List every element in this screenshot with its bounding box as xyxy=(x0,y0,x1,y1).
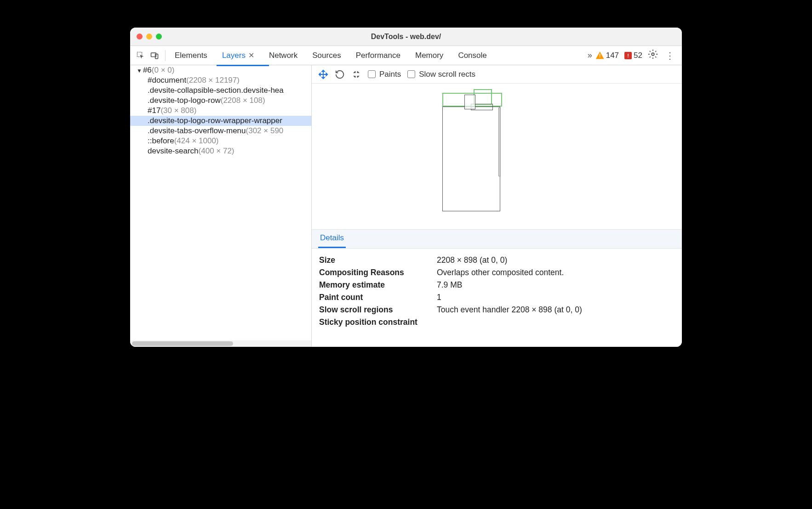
tab-label: Layers xyxy=(222,51,246,60)
layer-3d-canvas[interactable] xyxy=(312,84,682,229)
detail-key: Slow scroll regions xyxy=(319,305,437,315)
layer-tree-row[interactable]: ▼#6(0 × 0) xyxy=(130,65,311,75)
layer-name: .devsite-top-logo-row xyxy=(148,96,221,105)
layer-tree-row[interactable]: .devsite-tabs-overflow-menu(302 × 590 xyxy=(130,126,311,136)
kebab-menu-icon[interactable]: ⋮ xyxy=(663,50,676,61)
more-tabs-icon[interactable]: » xyxy=(588,51,590,60)
slow-scroll-option[interactable]: Slow scroll rects xyxy=(407,70,475,79)
layer-tree-row-selected[interactable]: .devsite-top-logo-row-wrapper-wrapper xyxy=(130,116,311,126)
tab-label: Network xyxy=(269,51,297,60)
layer-dim: (424 × 1000) xyxy=(174,136,219,145)
tab-memory[interactable]: Memory xyxy=(413,47,445,64)
detail-key: Compositing Reasons xyxy=(319,268,437,277)
layer-name: ::before xyxy=(148,136,174,145)
tab-console[interactable]: Console xyxy=(456,47,488,64)
panel-tabs: Elements Layers✕ Network Sources Perform… xyxy=(173,47,489,64)
paints-option[interactable]: Paints xyxy=(368,70,401,79)
checkbox-icon[interactable] xyxy=(407,70,415,78)
details-row: Memory estimate7.9 MB xyxy=(319,279,679,291)
layer-name: #6 xyxy=(143,66,152,74)
detail-key: Sticky position constraint xyxy=(319,317,437,327)
minimize-window-button[interactable] xyxy=(146,34,152,40)
layer-tree-row[interactable]: devsite-search(400 × 72) xyxy=(130,146,311,156)
layer-dim: (2208 × 12197) xyxy=(186,76,240,85)
errors-badge[interactable]: ! 52 xyxy=(624,51,642,60)
slow-scroll-label: Slow scroll rects xyxy=(419,70,475,79)
detail-key: Memory estimate xyxy=(319,280,437,290)
divider xyxy=(165,50,166,61)
window-controls xyxy=(130,34,162,40)
tab-elements[interactable]: Elements xyxy=(173,47,209,64)
layer-tree-row[interactable]: .devsite-top-logo-row(2208 × 108) xyxy=(130,96,311,106)
details-row: Slow scroll regionsTouch event handler 2… xyxy=(319,304,679,316)
layer-tree-list: ▼#6(0 × 0) #document(2208 × 12197) .devs… xyxy=(130,65,311,340)
pan-mode-icon[interactable] xyxy=(318,69,328,79)
layer-name: .devsite-top-logo-row-wrapper-wrapper xyxy=(148,116,282,125)
layer-name: .devsite-tabs-overflow-menu xyxy=(148,126,246,135)
detail-key: Paint count xyxy=(319,293,437,302)
error-icon: ! xyxy=(624,52,632,59)
settings-icon[interactable] xyxy=(648,49,658,62)
details-tabs: Details xyxy=(312,230,682,249)
detail-key: Size xyxy=(319,255,437,265)
caret-down-icon[interactable]: ▼ xyxy=(137,68,142,74)
layer-rect xyxy=(464,95,475,109)
details-tab-label: Details xyxy=(320,233,344,242)
scrollbar-thumb[interactable] xyxy=(132,341,233,346)
rotate-mode-icon[interactable] xyxy=(335,69,345,79)
layer-dim: (2208 × 108) xyxy=(221,96,265,105)
main-content: ▼#6(0 × 0) #document(2208 × 12197) .devs… xyxy=(130,65,682,347)
detail-value: 7.9 MB xyxy=(437,280,679,290)
details-tab[interactable]: Details xyxy=(318,230,346,248)
tab-label: Sources xyxy=(312,51,341,60)
layer-tree-row[interactable]: .devsite-collapsible-section.devsite-hea xyxy=(130,85,311,96)
details-pane: Details Size2208 × 898 (at 0, 0) Composi… xyxy=(312,229,682,347)
tab-sources[interactable]: Sources xyxy=(310,47,343,64)
layer-name: devsite-search xyxy=(148,147,199,155)
tab-label: Memory xyxy=(415,51,443,60)
titlebar: DevTools - web.dev/ xyxy=(130,28,682,46)
detail-value: 2208 × 898 (at 0, 0) xyxy=(437,255,679,265)
close-tab-icon[interactable]: ✕ xyxy=(248,51,254,59)
device-toggle-icon[interactable] xyxy=(149,51,160,61)
warnings-badge[interactable]: 147 xyxy=(596,51,619,60)
detail-value: 1 xyxy=(437,293,679,302)
devtools-window: DevTools - web.dev/ Elements Layers✕ Net… xyxy=(130,28,682,347)
layer-tree-row[interactable]: ::before(424 × 1000) xyxy=(130,136,311,146)
layer-dim: (302 × 590 xyxy=(246,126,284,135)
tab-label: Performance xyxy=(356,51,400,60)
layer-dim: (0 × 0) xyxy=(152,66,175,74)
tab-layers[interactable]: Layers✕ xyxy=(220,47,256,64)
layer-rect xyxy=(442,107,500,211)
layer-dim: (30 × 808) xyxy=(160,106,196,115)
tab-label: Console xyxy=(458,51,486,60)
window-title: DevTools - web.dev/ xyxy=(130,33,682,41)
tab-network[interactable]: Network xyxy=(267,47,299,64)
layer-name: #document xyxy=(148,76,186,85)
tab-label: Elements xyxy=(175,51,207,60)
layer-name: #17 xyxy=(148,106,160,115)
layer-dim: (400 × 72) xyxy=(199,147,234,155)
checkbox-icon[interactable] xyxy=(368,70,376,78)
details-row: Sticky position constraint xyxy=(319,316,679,328)
main-toolbar: Elements Layers✕ Network Sources Perform… xyxy=(130,46,682,65)
details-row: Size2208 × 898 (at 0, 0) xyxy=(319,254,679,266)
detail-value: Touch event handler 2208 × 898 (at 0, 0) xyxy=(437,305,679,315)
reset-view-icon[interactable] xyxy=(351,69,361,79)
horizontal-scrollbar[interactable] xyxy=(130,340,311,347)
svg-point-3 xyxy=(652,53,654,56)
layer-rect xyxy=(474,89,492,105)
close-window-button[interactable] xyxy=(137,34,143,40)
viewer-toolbar: Paints Slow scroll rects xyxy=(312,65,682,84)
tab-performance[interactable]: Performance xyxy=(354,47,402,64)
inspect-element-icon[interactable] xyxy=(136,51,146,61)
detail-value xyxy=(437,317,679,327)
paints-label: Paints xyxy=(379,70,401,79)
layer-tree-row[interactable]: #17(30 × 808) xyxy=(130,106,311,116)
layer-viewer-pane: Paints Slow scroll rects xyxy=(312,65,682,347)
maximize-window-button[interactable] xyxy=(156,34,162,40)
warning-icon xyxy=(596,52,604,59)
layer-tree-row[interactable]: #document(2208 × 12197) xyxy=(130,75,311,85)
details-body: Size2208 × 898 (at 0, 0) Compositing Rea… xyxy=(312,249,682,347)
layer-tree-panel: ▼#6(0 × 0) #document(2208 × 12197) .devs… xyxy=(130,65,312,347)
